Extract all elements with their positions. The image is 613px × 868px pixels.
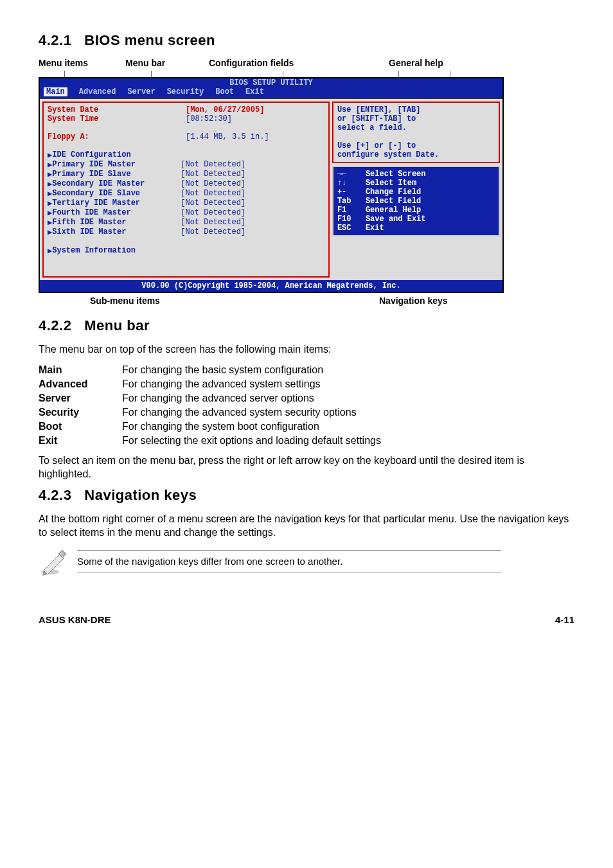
row-sysinfo[interactable]: System Information (52, 246, 190, 256)
triangle-icon: ▶ (48, 227, 52, 237)
bios-screenshot: BIOS SETUP UTILITY Main Advanced Server … (39, 77, 504, 293)
def-row: ExitFor selecting the exit options and l… (39, 434, 387, 448)
triangle-icon: ▶ (48, 179, 52, 189)
sub-labels: Sub-menu items Navigation keys (39, 296, 501, 311)
bios-help-box: Use [ENTER], [TAB] or [SHIFT-TAB] to sel… (332, 102, 500, 163)
label-general-help: General help (389, 58, 443, 68)
section-heading-422: 4.2.2 Menu bar (39, 317, 574, 334)
bios-submenu-row[interactable]: ▶ IDE Configuration (48, 150, 324, 160)
bios-left-pane: System Date[Mon, 06/27/2005] System Time… (42, 102, 330, 278)
triangle-icon: ▶ (48, 160, 52, 170)
bios-nav-row: ESCExit (337, 224, 495, 233)
label-menu-items: Menu items (39, 58, 88, 68)
section-heading-421: 4.2.1 BIOS menu screen (39, 32, 574, 49)
bios-right-pane: Use [ENTER], [TAB] or [SHIFT-TAB] to sel… (332, 102, 500, 278)
bios-submenu-row[interactable]: ▶ Fifth IDE Master[Not Detected] (48, 218, 324, 227)
label-submenu: Sub-menu items (90, 296, 160, 306)
page-footer: ASUS K8N-DRE 4-11 (39, 614, 574, 625)
row-floppy[interactable]: Floppy A: (48, 132, 186, 141)
label-ticks (39, 71, 501, 77)
bios-nav-row: F10Save and Exit (337, 215, 495, 224)
bios-nav-row: F1General Help (337, 206, 495, 215)
bios-submenu-row[interactable]: ▶ Primary IDE Slave[Not Detected] (48, 170, 324, 179)
bios-menu-main[interactable]: Main (44, 87, 67, 96)
bios-submenu-row[interactable]: ▶ Secondary IDE Master[Not Detected] (48, 179, 324, 189)
section-heading-423: 4.2.3 Navigation keys (39, 487, 574, 504)
bios-submenu-row[interactable]: ▶ Primary IDE Master[Not Detected] (48, 160, 324, 170)
triangle-icon: ▶ (48, 246, 52, 256)
triangle-icon: ▶ (48, 199, 52, 208)
note-box: Some of the navigation keys differ from … (39, 547, 501, 576)
def-row: SecurityFor changing the advanced system… (39, 405, 387, 420)
bios-menu-boot[interactable]: Boot (215, 87, 234, 96)
bios-nav-row: TabSelect Field (337, 197, 495, 206)
bios-submenu-row[interactable]: ▶ Sixth IDE Master[Not Detected] (48, 227, 324, 237)
bios-menu-server[interactable]: Server (127, 87, 155, 96)
bios-submenu-row[interactable]: ▶ Secondary IDE Slave[Not Detected] (48, 189, 324, 199)
label-menu-bar: Menu bar (125, 58, 165, 68)
navkeys-paragraph: At the bottom right corner of a menu scr… (39, 513, 574, 540)
row-systime[interactable]: System Time (48, 114, 186, 123)
triangle-icon: ▶ (48, 218, 52, 227)
bios-title: BIOS SETUP UTILITY (40, 78, 502, 87)
footer-left: ASUS K8N-DRE (39, 614, 111, 625)
bios-body: System Date[Mon, 06/27/2005] System Time… (40, 98, 502, 280)
bios-submenu-row[interactable]: ▶ Tertiary IDE Master[Not Detected] (48, 199, 324, 208)
bios-submenu-row[interactable]: ▶ Fourth IDE Master[Not Detected] (48, 208, 324, 218)
footer-right: 4-11 (555, 614, 574, 625)
bios-nav-row: ↑↓Select Item (337, 179, 495, 188)
label-config-fields: Configuration fields (209, 58, 294, 68)
menubar-intro: The menu bar on top of the screen has th… (39, 343, 574, 357)
row-sysdate[interactable]: System Date (48, 105, 186, 114)
def-row: MainFor changing the basic system config… (39, 363, 387, 377)
bios-menubar: Main Advanced Server Security Boot Exit (40, 87, 502, 98)
section-title-text: BIOS menu screen (84, 32, 215, 48)
top-labels: Menu items Menu bar Configuration fields… (39, 58, 501, 71)
bios-nav-box: →←Select Screen↑↓Select Item+-Change Fie… (332, 166, 500, 236)
triangle-icon: ▶ (48, 208, 52, 218)
triangle-icon: ▶ (48, 150, 52, 160)
triangle-icon: ▶ (48, 189, 52, 199)
bios-copyright: V00.00 (C)Copyright 1985-2004, American … (40, 280, 502, 292)
pencil-note-icon (39, 547, 67, 576)
label-navkeys: Navigation keys (379, 296, 448, 306)
note-text: Some of the navigation keys differ from … (77, 550, 501, 572)
section-num: 4.2.1 (39, 32, 71, 48)
bios-menu-exit[interactable]: Exit (245, 87, 264, 96)
triangle-icon: ▶ (48, 170, 52, 179)
bios-nav-row: →←Select Screen (337, 170, 495, 179)
def-row: BootFor changing the system boot configu… (39, 420, 387, 434)
bios-nav-row: +-Change Field (337, 188, 495, 197)
def-row: ServerFor changing the advanced server o… (39, 391, 387, 405)
menubar-definitions: MainFor changing the basic system config… (39, 363, 387, 448)
def-row: AdvancedFor changing the advanced system… (39, 377, 387, 391)
bios-menu-advanced[interactable]: Advanced (79, 87, 116, 96)
bios-menu-security[interactable]: Security (167, 87, 204, 96)
menubar-outro: To select an item on the menu bar, press… (39, 454, 574, 481)
